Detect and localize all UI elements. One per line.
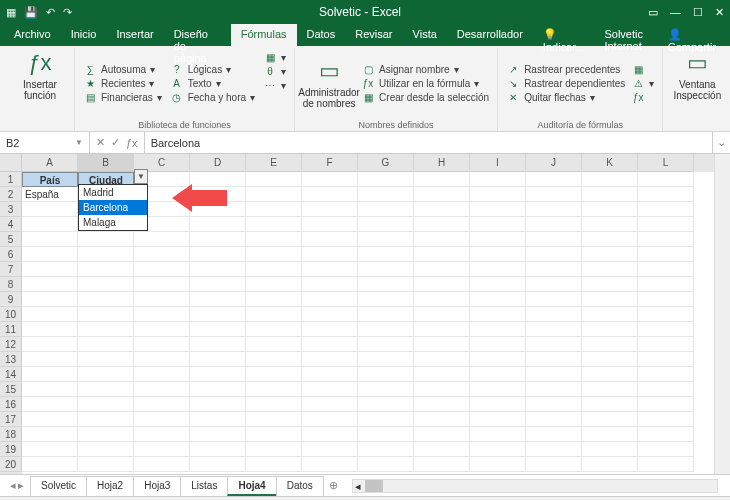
cell[interactable]: [526, 457, 582, 472]
cell[interactable]: [582, 277, 638, 292]
cell[interactable]: [582, 202, 638, 217]
cell[interactable]: [470, 292, 526, 307]
sheet-tab[interactable]: Datos: [276, 476, 324, 496]
row-header[interactable]: 17: [0, 412, 22, 427]
tab-view[interactable]: Vista: [403, 24, 447, 46]
cell[interactable]: [134, 352, 190, 367]
cell[interactable]: [22, 202, 78, 217]
column-header[interactable]: D: [190, 154, 246, 172]
column-header[interactable]: H: [414, 154, 470, 172]
cell[interactable]: [22, 247, 78, 262]
cell[interactable]: [190, 217, 246, 232]
cell[interactable]: [302, 442, 358, 457]
cell[interactable]: [414, 457, 470, 472]
cell[interactable]: [582, 352, 638, 367]
cell[interactable]: [582, 457, 638, 472]
cell[interactable]: [414, 337, 470, 352]
row-header[interactable]: 16: [0, 397, 22, 412]
cell[interactable]: [582, 217, 638, 232]
cell[interactable]: [190, 382, 246, 397]
cell[interactable]: España: [22, 187, 78, 202]
cell[interactable]: [470, 427, 526, 442]
cell[interactable]: [302, 247, 358, 262]
cell[interactable]: [78, 427, 134, 442]
cell[interactable]: [638, 172, 694, 187]
chevron-down-icon[interactable]: ▼: [75, 138, 83, 147]
cell[interactable]: [246, 172, 302, 187]
cell[interactable]: [638, 442, 694, 457]
cell[interactable]: [190, 427, 246, 442]
cell[interactable]: [638, 412, 694, 427]
cell[interactable]: [414, 217, 470, 232]
recent-button[interactable]: ★Recientes ▾: [83, 78, 162, 89]
cell[interactable]: [78, 397, 134, 412]
row-header[interactable]: 19: [0, 442, 22, 457]
cell[interactable]: [22, 217, 78, 232]
dropdown-toggle-button[interactable]: ▼: [134, 169, 148, 184]
cell[interactable]: [526, 292, 582, 307]
cell[interactable]: [78, 442, 134, 457]
tab-insert[interactable]: Insertar: [106, 24, 163, 46]
cell[interactable]: [246, 382, 302, 397]
cell[interactable]: [526, 187, 582, 202]
cell[interactable]: [526, 217, 582, 232]
cell[interactable]: [470, 187, 526, 202]
cell[interactable]: [78, 457, 134, 472]
cell[interactable]: [358, 457, 414, 472]
save-icon[interactable]: 💾: [24, 6, 38, 19]
cell[interactable]: [526, 337, 582, 352]
cell[interactable]: [134, 232, 190, 247]
cell[interactable]: [246, 307, 302, 322]
cell[interactable]: [414, 277, 470, 292]
cell[interactable]: [470, 367, 526, 382]
cell[interactable]: [638, 337, 694, 352]
cell[interactable]: [470, 307, 526, 322]
cell[interactable]: [470, 412, 526, 427]
cell[interactable]: [414, 322, 470, 337]
cell[interactable]: [582, 172, 638, 187]
text-button[interactable]: ATexto ▾: [170, 78, 255, 89]
cell[interactable]: [470, 322, 526, 337]
cell[interactable]: [358, 427, 414, 442]
tab-developer[interactable]: Desarrollador: [447, 24, 533, 46]
cell[interactable]: [638, 247, 694, 262]
select-all-corner[interactable]: [0, 154, 22, 172]
cell[interactable]: [470, 247, 526, 262]
use-formula-button[interactable]: ƒxUtilizar en la fórmula ▾: [361, 78, 489, 89]
cell[interactable]: [78, 412, 134, 427]
cell[interactable]: [302, 202, 358, 217]
row-header[interactable]: 4: [0, 217, 22, 232]
add-sheet-button[interactable]: ⊕: [323, 477, 344, 494]
cell[interactable]: [358, 397, 414, 412]
name-box[interactable]: B2▼: [0, 132, 90, 153]
sheet-tab[interactable]: Hoja3: [133, 476, 181, 496]
datetime-button[interactable]: ◷Fecha y hora ▾: [170, 92, 255, 103]
cell[interactable]: [582, 187, 638, 202]
cell[interactable]: [246, 262, 302, 277]
row-header[interactable]: 20: [0, 457, 22, 472]
watch-window-button[interactable]: ▭ Ventana Inspección: [671, 50, 723, 101]
cell[interactable]: [78, 337, 134, 352]
cell[interactable]: [358, 277, 414, 292]
cell[interactable]: [414, 232, 470, 247]
cell[interactable]: [582, 247, 638, 262]
cell[interactable]: [302, 292, 358, 307]
maximize-icon[interactable]: ☐: [693, 6, 703, 19]
cell[interactable]: [470, 397, 526, 412]
cell[interactable]: [134, 337, 190, 352]
cell[interactable]: [246, 427, 302, 442]
row-header[interactable]: 11: [0, 322, 22, 337]
cell[interactable]: [246, 337, 302, 352]
cell[interactable]: [302, 217, 358, 232]
expand-formula-icon[interactable]: ⌄: [712, 132, 730, 153]
cell[interactable]: [638, 232, 694, 247]
cell[interactable]: [302, 307, 358, 322]
cell[interactable]: [638, 322, 694, 337]
cell[interactable]: [358, 412, 414, 427]
trace-dependents-button[interactable]: ↘Rastrear dependientes: [506, 78, 625, 89]
column-header[interactable]: F: [302, 154, 358, 172]
formula-input[interactable]: Barcelona: [145, 132, 712, 153]
row-header[interactable]: 14: [0, 367, 22, 382]
create-selection-button[interactable]: ▦Crear desde la selección: [361, 92, 489, 103]
cell[interactable]: [246, 277, 302, 292]
